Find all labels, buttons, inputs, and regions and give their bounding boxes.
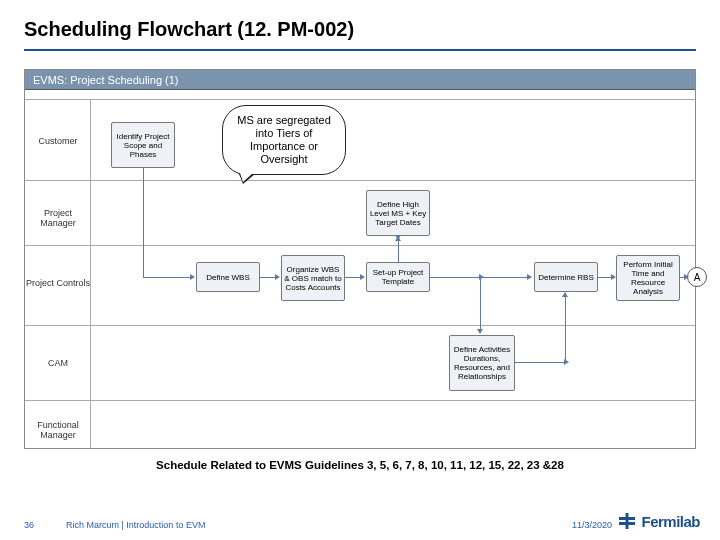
- box-setup-template: Set-up Project Template: [366, 262, 430, 292]
- presenter-line: Rich Marcum | Introduction to EVM: [66, 520, 205, 530]
- page-number: 36: [24, 520, 34, 530]
- fermilab-logo: Fermilab: [617, 507, 700, 535]
- arrow: [480, 277, 481, 330]
- box-determine-rbs: Determine RBS: [534, 262, 598, 292]
- lane-cam: CAM: [25, 358, 91, 368]
- footer-date: 11/3/2020: [572, 520, 612, 530]
- svg-rect-1: [626, 513, 629, 529]
- fermilab-logo-icon: [617, 511, 637, 531]
- callout-ms-tiers: MS are segregated into Tiers of Importan…: [222, 105, 346, 175]
- box-define-ms: Define High Level MS + Key Target Dates: [366, 190, 430, 236]
- arrow: [260, 277, 276, 278]
- flowchart-container: EVMS: Project Scheduling (1) Customer Pr…: [24, 69, 696, 449]
- title-rule: [24, 49, 696, 51]
- lane-pm: Project Manager: [25, 208, 91, 228]
- box-define-activities: Define Activities Durations, Resources, …: [449, 335, 515, 391]
- arrow: [143, 168, 144, 277]
- flowchart-strip: [25, 90, 695, 100]
- box-perform-analysis: Perform Initial Time and Resource Analys…: [616, 255, 680, 301]
- arrow: [515, 362, 565, 363]
- flowchart-header: EVMS: Project Scheduling (1): [25, 70, 695, 90]
- lane-customer: Customer: [25, 136, 91, 146]
- arrow: [565, 296, 566, 362]
- caption: Schedule Related to EVMS Guidelines 3, 5…: [24, 459, 696, 471]
- lane-fm: Functional Manager: [25, 420, 91, 440]
- flowchart-canvas: Identify Project Scope and Phases Define…: [91, 100, 695, 448]
- connector-a: A: [687, 267, 707, 287]
- svg-rect-2: [619, 522, 635, 525]
- arrow: [143, 277, 191, 278]
- box-define-wbs: Define WBS: [196, 262, 260, 292]
- arrow: [345, 277, 361, 278]
- footer: 36 Rich Marcum | Introduction to EVM 11/…: [0, 510, 720, 530]
- slide-title: Scheduling Flowchart (12. PM-002): [24, 18, 696, 47]
- arrow: [398, 240, 399, 262]
- box-organize-wbs-obs: Organize WBS & OBS match to Costs Accoun…: [281, 255, 345, 301]
- arrow: [598, 277, 612, 278]
- arrow: [680, 277, 685, 278]
- lane-pc: Project Controls: [25, 278, 91, 288]
- fermilab-logo-text: Fermilab: [641, 513, 700, 530]
- box-identify-scope: Identify Project Scope and Phases: [111, 122, 175, 168]
- swimlane-labels: Customer Project Manager Project Control…: [25, 100, 91, 448]
- arrow: [430, 277, 528, 278]
